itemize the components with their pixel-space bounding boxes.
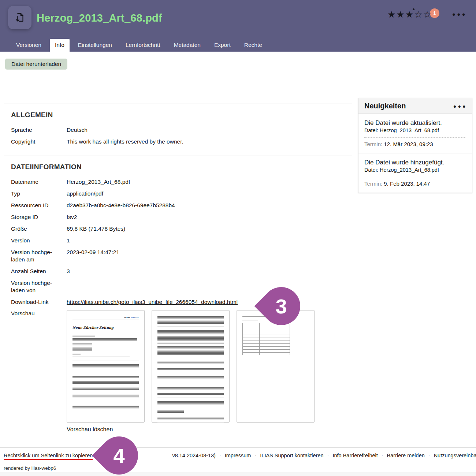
- info-row-typ: Typ application/pdf: [11, 190, 352, 197]
- row-value: d2aeb37b-a0bc-4e8e-b826-69ee7b5288b4: [67, 202, 352, 209]
- file-download-icon[interactable]: [8, 6, 31, 29]
- news-panel-title: Neuigkeiten: [364, 102, 406, 110]
- rendered-by-text: rendered by ilias-webp6: [4, 465, 56, 471]
- row-label: Größe: [11, 225, 67, 233]
- row-label: Vorschau: [11, 310, 67, 423]
- fake-text: [157, 346, 224, 356]
- row-label: Storage ID: [11, 213, 67, 221]
- row-value: 2023-02-09 14:47:21: [67, 249, 352, 263]
- footer-separator: ·: [254, 453, 256, 458]
- footer-link-support[interactable]: ILIAS Support kontaktieren: [260, 453, 323, 458]
- fake-text: [72, 357, 130, 358]
- annotation-pin-4: 4: [92, 428, 146, 476]
- header-actions-ellipsis-icon[interactable]: ● ● ●: [452, 11, 466, 17]
- row-value: 69,8 KB (71.478 Bytes): [67, 225, 352, 233]
- news-item: Die Datei wurde aktualisiert. Datei: Her…: [358, 114, 472, 153]
- row-label: Version hochge-laden am: [11, 249, 67, 263]
- info-row-hochgeladen-von: Version hochge-laden von: [11, 279, 352, 294]
- fake-text: [157, 327, 224, 343]
- info-row-storage-id: Storage ID fsv2: [11, 213, 352, 221]
- bottom-strip: [0, 472, 476, 476]
- fake-text: [72, 353, 81, 354]
- tab-info[interactable]: Info: [50, 39, 70, 52]
- download-file-button[interactable]: Datei herunterladen: [5, 59, 67, 70]
- section-divider: [4, 156, 352, 156]
- tab-versionen[interactable]: Versionen: [11, 39, 47, 52]
- row-label: Version: [11, 237, 67, 244]
- fake-footer-line: [157, 416, 200, 417]
- fake-text: [72, 403, 139, 409]
- nzz-masthead: Neue Zürcher Zeitung: [72, 326, 139, 330]
- news-panel-header: Neuigkeiten ● ● ●: [358, 98, 472, 114]
- row-value: Herzog_2013_Art_68.pdf: [67, 178, 352, 186]
- tab-rechte[interactable]: Rechte: [239, 39, 267, 52]
- fake-text: [72, 373, 139, 379]
- news-panel: Neuigkeiten ● ● ● Die Datei wurde aktual…: [358, 98, 472, 193]
- row-label: Copyright: [11, 138, 67, 145]
- info-row-anzahl-seiten: Anzahl Seiten 3: [11, 268, 352, 275]
- fake-footer-line: [72, 416, 115, 417]
- footer-link-nutzungsvereinbarung[interactable]: Nutzungsvereinbarung: [434, 453, 476, 458]
- page-title: Herzog_2013_Art_68.pdf: [37, 12, 162, 24]
- fake-text: [157, 384, 224, 395]
- footer-links-row: Rechtsklick um Seitenlink zu kopieren v8…: [4, 453, 461, 460]
- toolbar: Datei herunterladen: [5, 59, 67, 70]
- news-headline[interactable]: Die Datei wurde hinzugefügt.: [364, 159, 466, 166]
- ilias-version-text: v8.14 2024-08-13): [172, 453, 216, 458]
- footer-separator: ·: [219, 453, 221, 458]
- copy-page-link[interactable]: Rechtsklick um Seitenlink zu kopieren: [4, 453, 93, 460]
- row-label: Download-Link: [11, 298, 67, 306]
- footer-link-barrierefreiheit[interactable]: Info Barrierefreiheit: [332, 453, 378, 458]
- fake-text: [72, 343, 92, 351]
- fake-text: [157, 316, 224, 324]
- news-date: Termin: 12. Mär 2023, 09:23: [364, 141, 466, 147]
- tab-export[interactable]: Export: [209, 39, 236, 52]
- row-label: Dateiname: [11, 178, 67, 186]
- rating-widget: ★★★☆☆ 1: [387, 9, 439, 20]
- news-file-line: Datei: Herzog_2013_Art_68.pdf: [364, 127, 466, 133]
- footer-link-impressum[interactable]: Impressum: [225, 453, 251, 458]
- row-value: application/pdf: [67, 190, 352, 197]
- star-glyphs[interactable]: ★★★☆☆: [387, 9, 432, 19]
- tab-metadaten[interactable]: Metadaten: [169, 39, 206, 52]
- section-title-allgemein: ALLGEMEIN: [11, 111, 352, 119]
- row-label: Sprache: [11, 126, 67, 134]
- info-row-hochgeladen-am: Version hochge-laden am 2023-02-09 14:47…: [11, 249, 352, 263]
- header-bar: Herzog_2013_Art_68.pdf ★★★☆☆ 1 ● ● ● Ver…: [0, 0, 476, 52]
- preview-thumbnails: DOW JONES Neue Zürcher Zeitung: [67, 310, 321, 423]
- row-value: Deutsch: [67, 126, 352, 134]
- tab-einstellungen[interactable]: Einstellungen: [73, 39, 117, 52]
- star-rating[interactable]: ★★★☆☆: [387, 9, 432, 20]
- tab-bar: Versionen Info Einstellungen Lernfortsch…: [11, 39, 271, 52]
- news-headline[interactable]: Die Datei wurde aktualisiert.: [364, 119, 466, 127]
- footer-link-barriere-melden[interactable]: Barriere melden: [387, 453, 425, 458]
- section-title-dateiinformation: DATEIINFORMATION: [11, 163, 352, 171]
- row-label: Version hochge-laden von: [11, 279, 67, 294]
- info-content: ALLGEMEIN Sprache Deutsch Copyright This…: [4, 104, 352, 433]
- info-row-ressourcen-id: Ressourcen ID d2aeb37b-a0bc-4e8e-b826-69…: [11, 202, 352, 209]
- tab-lernfortschritt[interactable]: Lernfortschritt: [120, 39, 166, 52]
- section-divider: [4, 104, 352, 104]
- footer-separator: ·: [428, 453, 430, 458]
- fake-text: [157, 410, 184, 413]
- dowjones-logo: DOW JONES: [72, 316, 139, 319]
- fake-text: [72, 361, 139, 370]
- fake-table: [242, 323, 290, 355]
- average-rating-dot: [413, 8, 414, 10]
- row-label: Ressourcen ID: [11, 202, 67, 209]
- news-file-line: Datei: Herzog_2013_Art_68.pdf: [364, 167, 466, 173]
- row-value: [67, 279, 352, 294]
- info-row-dateiname: Dateiname Herzog_2013_Art_68.pdf: [11, 178, 352, 186]
- news-ellipsis-icon[interactable]: ● ● ●: [453, 103, 466, 109]
- download-link[interactable]: https://ilias.unibe.ch/goto_ilias3_unibe…: [67, 299, 238, 305]
- fake-text: [157, 373, 224, 381]
- fake-text: [157, 359, 224, 370]
- preview-page-3: [237, 310, 315, 423]
- info-row-download-link: Download-Link https://ilias.unibe.ch/got…: [11, 298, 352, 306]
- row-value: 1: [67, 237, 352, 244]
- delete-preview-link[interactable]: Vorschau löschen: [67, 426, 113, 433]
- row-value: 3: [67, 268, 352, 275]
- fake-text: [242, 320, 258, 321]
- page-footer: Rechtsklick um Seitenlink zu kopieren v8…: [0, 447, 476, 448]
- info-row-version: Version 1: [11, 237, 352, 244]
